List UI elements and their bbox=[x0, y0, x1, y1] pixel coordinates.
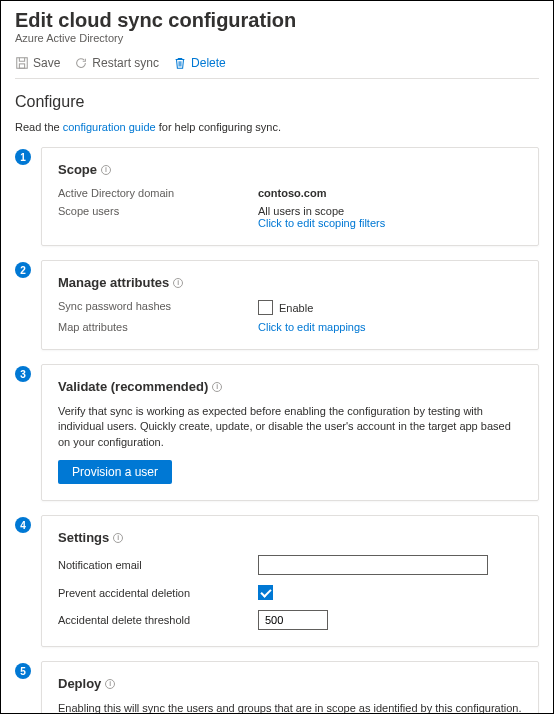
threshold-label: Accidental delete threshold bbox=[58, 614, 258, 626]
enable-hash-label: Enable bbox=[279, 302, 313, 314]
info-icon[interactable]: i bbox=[212, 382, 222, 392]
notification-email-input[interactable] bbox=[258, 555, 488, 575]
svg-rect-1 bbox=[19, 64, 24, 68]
settings-title: Settings bbox=[58, 530, 109, 545]
deploy-card: Deploy i Enabling this will sync the use… bbox=[41, 661, 539, 714]
validate-card: Validate (recommended) i Verify that syn… bbox=[41, 364, 539, 501]
delete-label: Delete bbox=[191, 56, 226, 70]
save-label: Save bbox=[33, 56, 60, 70]
enable-hash-checkbox[interactable] bbox=[258, 300, 273, 315]
info-icon[interactable]: i bbox=[113, 533, 123, 543]
scope-card: Scope i Active Directory domain contoso.… bbox=[41, 147, 539, 246]
help-suffix: for help configuring sync. bbox=[156, 121, 281, 133]
delete-button[interactable]: Delete bbox=[173, 56, 226, 70]
page-title: Edit cloud sync configuration bbox=[15, 9, 539, 32]
configure-heading: Configure bbox=[15, 93, 539, 111]
attributes-title: Manage attributes bbox=[58, 275, 169, 290]
help-prefix: Read the bbox=[15, 121, 63, 133]
help-text: Read the configuration guide for help co… bbox=[15, 121, 539, 133]
scope-users-label: Scope users bbox=[58, 205, 258, 229]
prevent-deletion-label: Prevent accidental deletion bbox=[58, 587, 258, 599]
info-icon[interactable]: i bbox=[101, 165, 111, 175]
trash-icon bbox=[173, 56, 187, 70]
validate-desc: Verify that sync is working as expected … bbox=[58, 404, 522, 450]
deploy-desc: Enabling this will sync the users and gr… bbox=[58, 701, 522, 714]
deploy-title: Deploy bbox=[58, 676, 101, 691]
scope-title: Scope bbox=[58, 162, 97, 177]
attributes-card: Manage attributes i Sync password hashes… bbox=[41, 260, 539, 350]
configuration-guide-link[interactable]: configuration guide bbox=[63, 121, 156, 133]
save-button[interactable]: Save bbox=[15, 56, 60, 70]
step-badge-4: 4 bbox=[15, 517, 31, 533]
domain-label: Active Directory domain bbox=[58, 187, 258, 199]
page-subtitle: Azure Active Directory bbox=[15, 32, 539, 44]
restart-sync-button[interactable]: Restart sync bbox=[74, 56, 159, 70]
restart-label: Restart sync bbox=[92, 56, 159, 70]
provision-user-button[interactable]: Provision a user bbox=[58, 460, 172, 484]
svg-rect-0 bbox=[17, 58, 28, 69]
scoping-filters-link[interactable]: Click to edit scoping filters bbox=[258, 217, 385, 229]
notification-email-label: Notification email bbox=[58, 559, 258, 571]
save-icon bbox=[15, 56, 29, 70]
settings-card: Settings i Notification email Prevent ac… bbox=[41, 515, 539, 647]
password-hash-label: Sync password hashes bbox=[58, 300, 258, 315]
step-badge-2: 2 bbox=[15, 262, 31, 278]
edit-mappings-link[interactable]: Click to edit mappings bbox=[258, 321, 366, 333]
info-icon[interactable]: i bbox=[173, 278, 183, 288]
command-bar: Save Restart sync Delete bbox=[15, 52, 539, 79]
refresh-icon bbox=[74, 56, 88, 70]
prevent-deletion-checkbox[interactable] bbox=[258, 585, 273, 600]
step-badge-1: 1 bbox=[15, 149, 31, 165]
threshold-input[interactable] bbox=[258, 610, 328, 630]
step-badge-3: 3 bbox=[15, 366, 31, 382]
domain-value: contoso.com bbox=[258, 187, 522, 199]
info-icon[interactable]: i bbox=[105, 679, 115, 689]
scope-users-value: All users in scope bbox=[258, 205, 522, 217]
validate-title: Validate (recommended) bbox=[58, 379, 208, 394]
map-attr-label: Map attributes bbox=[58, 321, 258, 333]
step-badge-5: 5 bbox=[15, 663, 31, 679]
